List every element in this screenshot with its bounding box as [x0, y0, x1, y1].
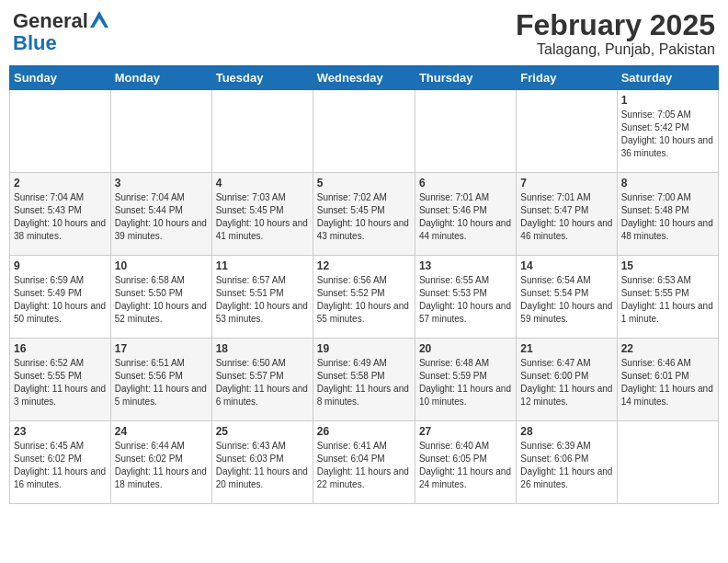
- day-info: Sunrise: 6:55 AMSunset: 5:53 PMDaylight:…: [419, 274, 512, 326]
- calendar-cell: 22Sunrise: 6:46 AMSunset: 6:01 PMDayligh…: [617, 339, 718, 421]
- day-info: Sunrise: 6:53 AMSunset: 5:55 PMDaylight:…: [621, 274, 714, 326]
- day-info: Sunrise: 7:01 AMSunset: 5:46 PMDaylight:…: [419, 191, 512, 243]
- day-info: Sunrise: 6:40 AMSunset: 6:05 PMDaylight:…: [419, 440, 512, 491]
- day-number: 26: [317, 425, 411, 438]
- day-info: Sunrise: 6:56 AMSunset: 5:52 PMDaylight:…: [317, 274, 411, 326]
- weekday-header-friday: Friday: [517, 66, 617, 90]
- day-number: 9: [14, 259, 107, 272]
- day-info: Sunrise: 6:39 AMSunset: 6:06 PMDaylight:…: [520, 440, 612, 491]
- calendar-cell: 26Sunrise: 6:41 AMSunset: 6:04 PMDayligh…: [313, 421, 415, 504]
- day-number: 8: [621, 177, 714, 190]
- day-info: Sunrise: 6:59 AMSunset: 5:49 PMDaylight:…: [14, 274, 107, 326]
- day-info: Sunrise: 6:46 AMSunset: 6:01 PMDaylight:…: [621, 357, 714, 408]
- calendar-cell: 19Sunrise: 6:49 AMSunset: 5:58 PMDayligh…: [313, 339, 415, 421]
- day-number: 19: [317, 342, 411, 355]
- day-number: 24: [115, 425, 208, 438]
- day-number: 11: [216, 259, 309, 272]
- weekday-header-tuesday: Tuesday: [211, 66, 313, 90]
- weekday-header-wednesday: Wednesday: [313, 66, 415, 90]
- calendar-cell: 15Sunrise: 6:53 AMSunset: 5:55 PMDayligh…: [617, 256, 718, 339]
- calendar-cell: 5Sunrise: 7:02 AMSunset: 5:45 PMDaylight…: [313, 173, 415, 256]
- day-number: 10: [115, 259, 208, 272]
- day-number: 4: [216, 177, 309, 190]
- day-info: Sunrise: 6:45 AMSunset: 6:02 PMDaylight:…: [14, 440, 107, 491]
- logo-general: General: [13, 9, 88, 33]
- day-info: Sunrise: 6:48 AMSunset: 5:59 PMDaylight:…: [419, 357, 512, 408]
- day-info: Sunrise: 7:04 AMSunset: 5:44 PMDaylight:…: [115, 191, 208, 243]
- weekday-header-sunday: Sunday: [10, 66, 111, 90]
- calendar-cell: 23Sunrise: 6:45 AMSunset: 6:02 PMDayligh…: [10, 421, 111, 504]
- header-row: SundayMondayTuesdayWednesdayThursdayFrid…: [10, 66, 719, 90]
- day-number: 28: [520, 425, 612, 438]
- calendar-cell: 6Sunrise: 7:01 AMSunset: 5:46 PMDaylight…: [415, 173, 516, 256]
- day-number: 20: [419, 342, 512, 355]
- calendar-cell: 20Sunrise: 6:48 AMSunset: 5:59 PMDayligh…: [415, 339, 516, 421]
- day-info: Sunrise: 6:41 AMSunset: 6:04 PMDaylight:…: [317, 440, 411, 491]
- day-number: 18: [216, 342, 309, 355]
- day-info: Sunrise: 7:01 AMSunset: 5:47 PMDaylight:…: [520, 191, 612, 243]
- day-number: 2: [14, 177, 107, 190]
- calendar-table: SundayMondayTuesdayWednesdayThursdayFrid…: [9, 65, 719, 504]
- calendar-cell: 18Sunrise: 6:50 AMSunset: 5:57 PMDayligh…: [211, 339, 313, 421]
- week-row-3: 9Sunrise: 6:59 AMSunset: 5:49 PMDaylight…: [10, 256, 719, 339]
- day-number: 12: [317, 259, 411, 272]
- calendar-cell: 27Sunrise: 6:40 AMSunset: 6:05 PMDayligh…: [415, 421, 516, 504]
- day-info: Sunrise: 6:50 AMSunset: 5:57 PMDaylight:…: [216, 357, 309, 408]
- calendar-cell: 2Sunrise: 7:04 AMSunset: 5:43 PMDaylight…: [10, 173, 111, 256]
- location-title: Talagang, Punjab, Pakistan: [516, 41, 715, 58]
- day-info: Sunrise: 7:05 AMSunset: 5:42 PMDaylight:…: [621, 109, 714, 160]
- calendar-cell: 13Sunrise: 6:55 AMSunset: 5:53 PMDayligh…: [415, 256, 516, 339]
- logo-blue: Blue: [13, 31, 57, 55]
- day-info: Sunrise: 7:03 AMSunset: 5:45 PMDaylight:…: [216, 191, 309, 243]
- calendar-cell: 14Sunrise: 6:54 AMSunset: 5:54 PMDayligh…: [517, 256, 617, 339]
- header: General Blue February 2025 Talagang, Pun…: [9, 9, 719, 58]
- day-info: Sunrise: 6:58 AMSunset: 5:50 PMDaylight:…: [115, 274, 208, 326]
- day-number: 7: [520, 177, 612, 190]
- calendar-cell: 10Sunrise: 6:58 AMSunset: 5:50 PMDayligh…: [110, 256, 211, 339]
- day-info: Sunrise: 6:51 AMSunset: 5:56 PMDaylight:…: [115, 357, 208, 408]
- calendar-cell: 1Sunrise: 7:05 AMSunset: 5:42 PMDaylight…: [617, 90, 718, 173]
- weekday-header-saturday: Saturday: [617, 66, 718, 90]
- weekday-header-monday: Monday: [110, 66, 211, 90]
- calendar-cell: 17Sunrise: 6:51 AMSunset: 5:56 PMDayligh…: [110, 339, 211, 421]
- calendar-cell: [211, 90, 313, 173]
- calendar-cell: 24Sunrise: 6:44 AMSunset: 6:02 PMDayligh…: [110, 421, 211, 504]
- day-info: Sunrise: 6:52 AMSunset: 5:55 PMDaylight:…: [14, 357, 107, 408]
- calendar-cell: 21Sunrise: 6:47 AMSunset: 6:00 PMDayligh…: [517, 339, 617, 421]
- day-number: 3: [115, 177, 208, 190]
- calendar-cell: 4Sunrise: 7:03 AMSunset: 5:45 PMDaylight…: [211, 173, 313, 256]
- week-row-1: 1Sunrise: 7:05 AMSunset: 5:42 PMDaylight…: [10, 90, 719, 173]
- day-number: 14: [520, 259, 612, 272]
- day-info: Sunrise: 6:54 AMSunset: 5:54 PMDaylight:…: [520, 274, 612, 326]
- day-number: 16: [14, 342, 107, 355]
- calendar-cell: [313, 90, 415, 173]
- logo: General Blue: [13, 9, 108, 55]
- logo-icon: [90, 11, 108, 28]
- day-number: 23: [14, 425, 107, 438]
- day-info: Sunrise: 6:57 AMSunset: 5:51 PMDaylight:…: [216, 274, 309, 326]
- day-info: Sunrise: 6:47 AMSunset: 6:00 PMDaylight:…: [520, 357, 612, 408]
- calendar-cell: [517, 90, 617, 173]
- calendar-cell: 8Sunrise: 7:00 AMSunset: 5:48 PMDaylight…: [617, 173, 718, 256]
- week-row-4: 16Sunrise: 6:52 AMSunset: 5:55 PMDayligh…: [10, 339, 719, 421]
- day-info: Sunrise: 6:44 AMSunset: 6:02 PMDaylight:…: [115, 440, 208, 491]
- day-number: 5: [317, 177, 411, 190]
- week-row-2: 2Sunrise: 7:04 AMSunset: 5:43 PMDaylight…: [10, 173, 719, 256]
- day-number: 21: [520, 342, 612, 355]
- day-info: Sunrise: 6:49 AMSunset: 5:58 PMDaylight:…: [317, 357, 411, 408]
- calendar-cell: 25Sunrise: 6:43 AMSunset: 6:03 PMDayligh…: [211, 421, 313, 504]
- day-number: 15: [621, 259, 714, 272]
- day-number: 22: [621, 342, 714, 355]
- day-number: 27: [419, 425, 512, 438]
- calendar-cell: 7Sunrise: 7:01 AMSunset: 5:47 PMDaylight…: [517, 173, 617, 256]
- calendar-cell: 12Sunrise: 6:56 AMSunset: 5:52 PMDayligh…: [313, 256, 415, 339]
- calendar-cell: 3Sunrise: 7:04 AMSunset: 5:44 PMDaylight…: [110, 173, 211, 256]
- calendar-cell: [110, 90, 211, 173]
- calendar-cell: [617, 421, 718, 504]
- day-number: 1: [621, 94, 714, 107]
- calendar-cell: 9Sunrise: 6:59 AMSunset: 5:49 PMDaylight…: [10, 256, 111, 339]
- month-title: February 2025: [516, 9, 715, 41]
- calendar-cell: [10, 90, 111, 173]
- day-number: 25: [216, 425, 309, 438]
- calendar-cell: [415, 90, 516, 173]
